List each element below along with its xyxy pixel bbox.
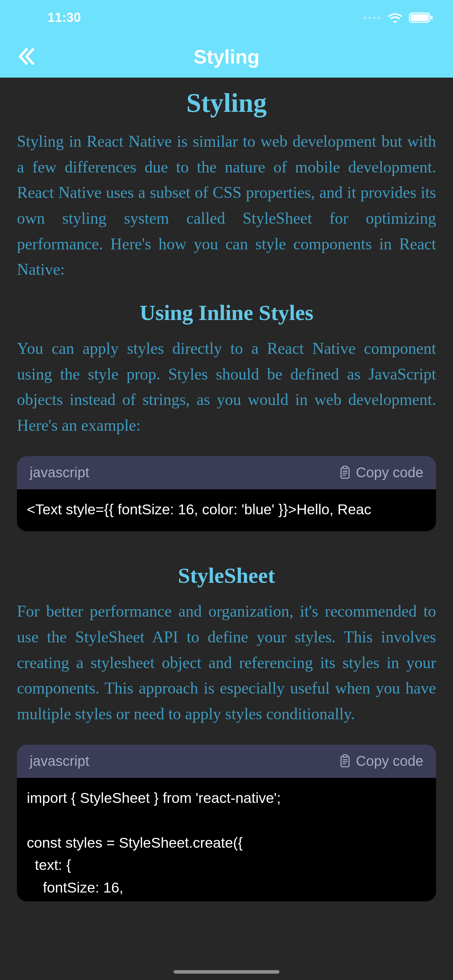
- clipboard-icon: [339, 466, 351, 480]
- code-block: javascript Copy code <Text style={{ font…: [17, 456, 436, 531]
- status-bar: 11:30: [0, 0, 453, 35]
- code-content: <Text style={{ fontSize: 16, color: 'blu…: [17, 489, 436, 531]
- battery-icon: [409, 12, 434, 23]
- code-block: javascript Copy code import { StyleSheet…: [17, 745, 436, 901]
- page-title: Styling: [17, 88, 436, 118]
- wifi-icon: [388, 12, 402, 23]
- code-header: javascript Copy code: [17, 745, 436, 778]
- nav-title: Styling: [0, 45, 453, 68]
- svg-rect-4: [343, 466, 347, 468]
- clipboard-icon: [339, 754, 351, 768]
- intro-paragraph: Styling in React Native is similar to we…: [17, 129, 436, 283]
- svg-rect-2: [431, 16, 432, 19]
- status-icons: [364, 12, 434, 23]
- chevron-left-double-icon: [17, 46, 37, 66]
- copy-code-button[interactable]: Copy code: [339, 753, 423, 769]
- section-body: You can apply styles directly to a React…: [17, 336, 436, 439]
- nav-bar: Styling: [0, 35, 453, 78]
- svg-rect-1: [411, 14, 429, 21]
- code-language-label: javascript: [30, 753, 89, 769]
- section-body: For better performance and organization,…: [17, 599, 436, 727]
- copy-code-label: Copy code: [356, 753, 423, 769]
- code-header: javascript Copy code: [17, 456, 436, 489]
- code-content: import { StyleSheet } from 'react-native…: [17, 778, 436, 901]
- svg-rect-9: [343, 754, 347, 757]
- home-indicator[interactable]: [173, 970, 280, 974]
- back-button[interactable]: [14, 44, 39, 69]
- status-time: 11:30: [48, 10, 81, 25]
- code-language-label: javascript: [30, 465, 89, 480]
- article-content: Styling Styling in React Native is simil…: [0, 78, 453, 901]
- copy-code-label: Copy code: [356, 465, 423, 480]
- section-heading: StyleSheet: [17, 563, 436, 588]
- section-heading: Using Inline Styles: [17, 300, 436, 325]
- copy-code-button[interactable]: Copy code: [339, 465, 423, 480]
- cell-dots-icon: [364, 17, 380, 19]
